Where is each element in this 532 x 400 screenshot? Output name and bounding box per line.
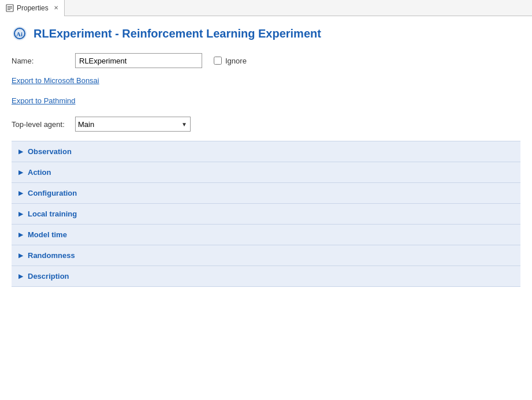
page-title: RLExperiment - Reinforcement Learning Ex… bbox=[34, 27, 321, 40]
local-training-header[interactable]: ▶ Local training bbox=[12, 204, 520, 224]
page-header: Ai RLExperiment - Reinforcement Learning… bbox=[12, 25, 520, 42]
local-training-section: ▶ Local training bbox=[12, 204, 520, 225]
name-label: Name: bbox=[12, 57, 69, 65]
description-title: Description bbox=[28, 272, 69, 281]
top-level-label: Top-level agent: bbox=[12, 120, 69, 129]
properties-tab-label: Properties bbox=[17, 4, 49, 12]
configuration-title: Configuration bbox=[28, 189, 77, 197]
top-level-row: Top-level agent: Main Agent1 Agent2 ▼ bbox=[12, 117, 520, 132]
configuration-header[interactable]: ▶ Configuration bbox=[12, 183, 520, 203]
model-time-title: Model time bbox=[28, 230, 67, 239]
top-level-select[interactable]: Main Agent1 Agent2 bbox=[75, 117, 191, 132]
svg-rect-1 bbox=[8, 6, 12, 7]
observation-header[interactable]: ▶ Observation bbox=[12, 141, 520, 162]
description-header[interactable]: ▶ Description bbox=[12, 266, 520, 286]
description-section: ▶ Description bbox=[12, 266, 520, 287]
action-section: ▶ Action bbox=[12, 162, 520, 183]
ignore-checkbox[interactable] bbox=[214, 57, 222, 65]
tab-close-button[interactable]: ✕ bbox=[54, 5, 58, 11]
properties-tab-icon bbox=[6, 4, 14, 12]
randomness-arrow-icon: ▶ bbox=[18, 252, 23, 259]
name-row: Name: Ignore bbox=[12, 53, 520, 68]
export-bonsai-row: Export to Microsoft Bonsai bbox=[12, 76, 520, 91]
action-header[interactable]: ▶ Action bbox=[12, 162, 520, 182]
sections-container: ▶ Observation ▶ Action ▶ Configuration ▶ bbox=[12, 141, 520, 287]
model-time-header[interactable]: ▶ Model time bbox=[12, 225, 520, 245]
randomness-section: ▶ Randomness bbox=[12, 245, 520, 266]
randomness-header[interactable]: ▶ Randomness bbox=[12, 245, 520, 266]
local-training-title: Local training bbox=[28, 210, 77, 218]
ignore-label: Ignore bbox=[225, 57, 247, 65]
configuration-section: ▶ Configuration bbox=[12, 183, 520, 204]
ignore-container: Ignore bbox=[214, 57, 247, 65]
local-training-arrow-icon: ▶ bbox=[18, 211, 23, 217]
export-bonsai-link[interactable]: Export to Microsoft Bonsai bbox=[12, 76, 99, 85]
action-title: Action bbox=[28, 168, 51, 177]
observation-title: Observation bbox=[28, 147, 72, 156]
observation-arrow-icon: ▶ bbox=[18, 148, 23, 155]
export-pathmind-row: Export to Pathmind bbox=[12, 96, 520, 111]
configuration-arrow-icon: ▶ bbox=[18, 190, 23, 196]
main-window: Properties ✕ Ai RLExperiment - Reinforce… bbox=[0, 0, 532, 400]
svg-rect-2 bbox=[8, 8, 12, 8]
export-pathmind-link[interactable]: Export to Pathmind bbox=[12, 96, 76, 105]
svg-rect-3 bbox=[8, 9, 10, 10]
description-arrow-icon: ▶ bbox=[18, 273, 23, 279]
top-level-select-wrapper: Main Agent1 Agent2 ▼ bbox=[75, 117, 191, 132]
rl-experiment-icon: Ai bbox=[12, 25, 28, 42]
model-time-section: ▶ Model time bbox=[12, 225, 520, 245]
tab-bar: Properties ✕ bbox=[0, 0, 532, 16]
observation-section: ▶ Observation bbox=[12, 141, 520, 162]
randomness-title: Randomness bbox=[28, 251, 75, 260]
svg-text:Ai: Ai bbox=[16, 31, 23, 38]
name-input[interactable] bbox=[75, 53, 202, 68]
action-arrow-icon: ▶ bbox=[18, 169, 23, 175]
properties-tab[interactable]: Properties ✕ bbox=[0, 0, 65, 16]
main-content: Ai RLExperiment - Reinforcement Learning… bbox=[0, 16, 532, 400]
form-section: Name: Ignore Export to Microsoft Bonsai … bbox=[12, 53, 520, 132]
model-time-arrow-icon: ▶ bbox=[18, 231, 23, 238]
